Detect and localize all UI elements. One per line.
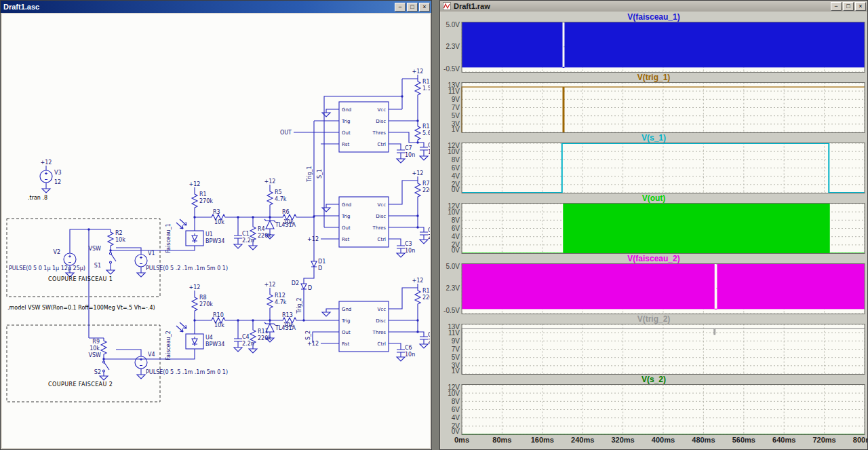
part-ref-R10[interactable]: R10 (213, 312, 224, 318)
part-ref-V3[interactable]: V3 (54, 170, 62, 176)
part-ref-R12[interactable]: R12 (275, 293, 285, 299)
part-value-R16[interactable]: 1.5k (422, 86, 430, 92)
part-ref-R4[interactable]: R4 (258, 226, 265, 232)
wave-plot-trig_2[interactable]: 13V11V9V7V5V3V1V (441, 324, 867, 375)
resistor-R2[interactable] (108, 229, 113, 248)
net-label-plus12[interactable]: +12 (412, 278, 424, 284)
wave-plot-s_2[interactable]: 12V10V8V6V4V2V0V (441, 384, 867, 435)
part-value-R10[interactable]: 10k (214, 322, 224, 329)
resistor-R14[interactable] (415, 288, 420, 307)
net-label-plus12[interactable]: +12 (412, 69, 424, 75)
part-value-R3[interactable]: 10k (214, 219, 224, 225)
capacitor-C6[interactable] (397, 346, 405, 356)
timer-555-bottom[interactable] (331, 301, 397, 352)
part-ref-U1[interactable]: U1 (205, 231, 213, 238)
resistor-R9[interactable] (101, 338, 106, 357)
part-value-R8[interactable]: 270k (199, 301, 213, 307)
trace-title-out[interactable]: V(out) (441, 193, 867, 203)
maximize-button[interactable]: □ (407, 3, 418, 12)
capacitor-C7[interactable] (397, 147, 405, 156)
net-label-plus12[interactable]: +12 (307, 236, 319, 242)
part-value-R12[interactable]: 4.7k (275, 299, 287, 305)
part-value-D2[interactable]: D (308, 285, 312, 291)
trace-title-trig_1[interactable]: V(trig_1) (441, 73, 867, 82)
wires-trig-diodes[interactable] (304, 121, 331, 343)
vsource-V3[interactable] (40, 168, 52, 185)
part-ref-R5[interactable]: R5 (275, 189, 282, 195)
resistor-R12[interactable] (267, 292, 273, 311)
part-value-V3[interactable]: 12 (54, 179, 61, 185)
part-value-R9[interactable]: 10k (90, 345, 100, 352)
part-ref-U4[interactable]: U4 (205, 335, 213, 341)
capacitor-C2[interactable] (420, 229, 428, 238)
part-value-C6[interactable]: 10n (405, 352, 415, 358)
capacitor-C1[interactable] (234, 232, 242, 242)
net-label-plus12[interactable]: +12 (41, 160, 52, 166)
net-label-s-2[interactable]: S_2 (305, 331, 311, 340)
close-button[interactable]: × (855, 2, 866, 11)
tran-directive[interactable]: .tran .8 (28, 195, 47, 201)
maximize-button[interactable]: □ (843, 2, 854, 11)
switch-S1[interactable] (110, 252, 117, 263)
photodiode-U1-body[interactable] (186, 231, 203, 246)
part-value-R14[interactable]: 220k (422, 295, 430, 301)
part-ref-R15[interactable]: R15 (422, 124, 430, 130)
part-ref-C4[interactable]: C4 (242, 334, 250, 340)
part-ref-R6[interactable]: R6 (282, 209, 290, 215)
net-label-plus12[interactable]: +12 (189, 284, 201, 290)
waveform-titlebar[interactable]: Draft1.raw − □ × (440, 1, 867, 12)
trace-title-trig_2[interactable]: V(trig_2) (441, 314, 867, 324)
resistor-R7[interactable] (415, 181, 420, 200)
part-value-V1[interactable]: PULSE(0 5 .2 .1m .1m 5m 0 1) (146, 265, 228, 271)
part-value-C4[interactable]: 2.2n (242, 341, 254, 347)
resistor-R5[interactable] (267, 189, 273, 208)
close-button[interactable]: × (419, 3, 430, 12)
resistor-R16[interactable] (415, 79, 420, 98)
part-value-U3[interactable]: TL431A (275, 325, 296, 331)
net-label-plus12[interactable]: +12 (264, 282, 276, 288)
coupure-faisceau-1-box[interactable] (7, 219, 160, 297)
part-ref-V2[interactable]: V2 (53, 249, 60, 255)
trace-title-faisceau_2[interactable]: V(faisceau_2) (441, 254, 867, 263)
part-value-U4[interactable]: BPW34 (205, 341, 224, 348)
part-ref-S2[interactable]: S2 (94, 369, 101, 375)
part-value-C7[interactable]: 10n (405, 152, 415, 158)
part-value-R7[interactable]: 220k (422, 187, 430, 193)
minimize-button[interactable]: − (831, 2, 842, 11)
part-ref-R2[interactable]: R2 (115, 230, 123, 236)
part-value-V2[interactable]: PULSE(0 5 0 1µ 1µ 12µ 25µ) (9, 265, 85, 271)
trace-title-s_2[interactable]: V(s_2) (441, 375, 867, 384)
part-ref-R13[interactable]: R13 (282, 312, 293, 318)
part-value-V4[interactable]: PULSE(0 5 .5 .1m .1m 5m 0 1) (146, 369, 228, 375)
coupure-faisceau-2-box[interactable] (7, 325, 160, 402)
part-ref-C7[interactable]: C7 (405, 145, 412, 151)
part-ref-D1[interactable]: D1 (318, 259, 326, 265)
trace-title-s_1[interactable]: V(s_1) (441, 133, 867, 143)
timer-555-top[interactable] (331, 102, 397, 152)
trace-title-faisceau_1[interactable]: V(faisceau_1) (441, 12, 867, 22)
switch-S2[interactable] (103, 361, 110, 372)
part-ref-R3[interactable]: R3 (213, 209, 220, 215)
capacitor-C5[interactable] (420, 333, 428, 343)
coupure-faisceau-1-label[interactable]: COUPURE FAISCEAU 1 (48, 276, 113, 282)
capacitor-C8[interactable] (420, 144, 428, 153)
part-ref-R8[interactable]: R8 (199, 295, 207, 301)
part-value-U1[interactable]: BPW34 (205, 238, 224, 244)
coupure-faisceau-2-label[interactable]: COUPURE FAISCEAU 2 (48, 381, 113, 388)
net-labels[interactable]: +12 +12 +12 +12 +12 +12 +12 +12 +12 +12 … (41, 69, 424, 360)
wave-plot-trig_1[interactable]: 13V11V9V7V5V3V1V (441, 82, 867, 133)
photodiode-U4-body[interactable] (186, 334, 203, 349)
net-label-trig-1[interactable]: Trig_1 (307, 166, 313, 182)
net-label-plus12[interactable]: +12 (412, 170, 424, 176)
part-ref-R7[interactable]: R7 (422, 181, 430, 187)
part-labels[interactable]: R1 270k R2 10k R3 10k R4 220k R5 4.7k R6… (9, 79, 430, 375)
resistor-R1[interactable] (192, 191, 197, 210)
wave-plot-faisceau_2[interactable]: 5.0V2.3V-0.5V (441, 263, 867, 314)
part-ref-C5[interactable]: C5 (428, 332, 430, 338)
wires-box1[interactable] (70, 229, 160, 338)
model-directive[interactable]: .model VSW SW(Ron=0.1 Roff=100Meg Vt=.5 … (7, 305, 155, 311)
resistor-R15[interactable] (415, 124, 420, 143)
part-ref-C1[interactable]: C1 (242, 231, 250, 237)
net-label-faisceau-1[interactable]: Faisceau_1 (165, 223, 172, 253)
diode-D2[interactable] (301, 282, 307, 291)
